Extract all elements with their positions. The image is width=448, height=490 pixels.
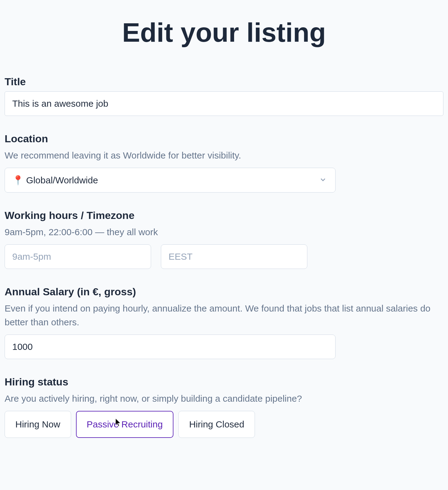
status-label: Hiring status: [5, 376, 443, 388]
location-select[interactable]: 📍 Global/Worldwide: [5, 168, 336, 193]
location-field-group: Location We recommend leaving it as Worl…: [5, 133, 443, 193]
hours-field-group: Working hours / Timezone 9am-5pm, 22:00-…: [5, 209, 443, 269]
hours-time-input[interactable]: [5, 244, 151, 269]
location-hint: We recommend leaving it as Worldwide for…: [5, 148, 443, 162]
title-input[interactable]: [5, 91, 443, 116]
page-title: Edit your listing: [5, 17, 443, 48]
location-label: Location: [5, 133, 443, 145]
salary-label: Annual Salary (in €, gross): [5, 286, 443, 298]
title-label: Title: [5, 76, 443, 88]
title-field-group: Title: [5, 76, 443, 116]
status-hint: Are you actively hiring, right now, or s…: [5, 392, 443, 405]
salary-hint: Even if you intend on paying hourly, ann…: [5, 301, 443, 329]
hours-timezone-input[interactable]: [161, 244, 307, 269]
salary-field-group: Annual Salary (in €, gross) Even if you …: [5, 286, 443, 359]
salary-input[interactable]: [5, 335, 336, 359]
status-hiring-closed-button[interactable]: Hiring Closed: [178, 411, 255, 438]
hours-hint: 9am-5pm, 22:00-6:00 — they all work: [5, 225, 443, 239]
status-field-group: Hiring status Are you actively hiring, r…: [5, 376, 443, 438]
status-hiring-now-button[interactable]: Hiring Now: [5, 411, 71, 438]
hours-label: Working hours / Timezone: [5, 209, 443, 221]
status-passive-recruiting-button[interactable]: Passive Recruiting: [76, 411, 173, 438]
